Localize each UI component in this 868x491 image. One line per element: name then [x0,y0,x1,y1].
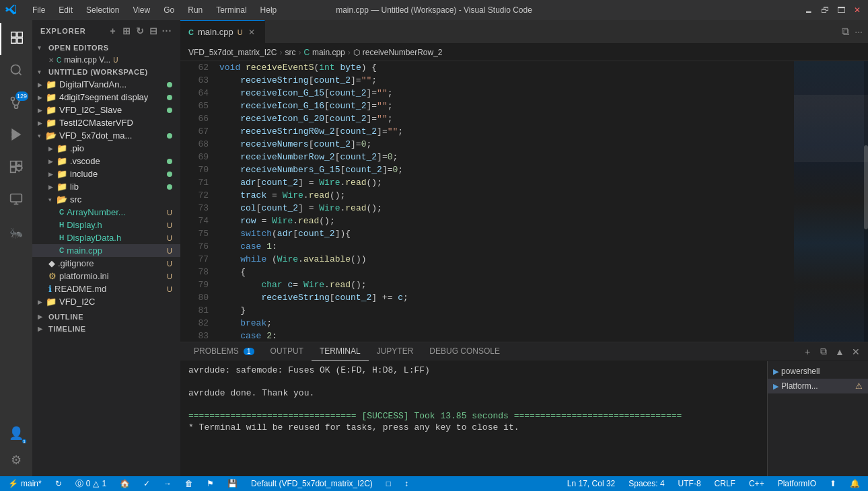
activity-item-source-control[interactable]: 129 [0,87,32,120]
file-display-h[interactable]: H Display.h U [32,219,180,231]
activity-item-pio[interactable]: 🐜 [0,217,32,249]
tab-close-button[interactable]: ✕ [247,26,256,38]
sidebar-scroll[interactable]: ▾ Open Editors ✕ C main.cpp V... U ▾ Unt… [32,42,180,476]
status-language[interactable]: C++ [746,476,767,491]
folder-4digit[interactable]: ▶ 📁 4digit7segment display [32,91,180,104]
status-box[interactable]: □ [384,476,394,491]
code-editor[interactable]: 62 63 64 65 66 67 68 69 70 71 72 73 74 7… [180,61,868,342]
status-save[interactable]: 💾 [225,476,240,491]
tab-terminal[interactable]: TERMINAL [312,342,369,361]
activity-item-accounts[interactable]: 👤 1 [0,420,32,447]
section-timeline[interactable]: ▶ TIMELINE [32,323,180,335]
breadcrumb-src[interactable]: src [285,48,295,57]
activity-item-search[interactable] [0,55,32,87]
folder-name-vfd5x7: VFD_5x7dot_ma... [59,130,132,141]
section-open-editors[interactable]: ▾ Open Editors [32,42,180,54]
minimize-button[interactable]: 🗕 [803,5,814,15]
close-editor-icon[interactable]: ✕ [48,56,54,64]
status-check[interactable]: ✓ [141,476,153,491]
code-content[interactable]: void receiveEventS(int byte) { receiveSt… [214,61,794,342]
menu-run[interactable]: Run [182,4,208,16]
breadcrumb-vfd[interactable]: VFD_5x7dot_matrix_I2C [188,48,277,57]
collapse-all-button[interactable]: ⊟ [148,26,159,36]
status-arrow[interactable]: → [161,476,174,491]
status-flag[interactable]: ⚑ [204,476,217,491]
section-outline[interactable]: ▶ OUTLINE [32,311,180,323]
new-folder-button[interactable]: ⊞ [121,26,132,36]
sidebar-more-button[interactable]: ··· [161,26,172,36]
menu-view[interactable]: View [127,4,155,16]
status-errors[interactable]: ⓪ 0 △ 1 [73,476,109,491]
maximize-panel-button[interactable]: ▲ [833,345,846,358]
scrollbar-thumb[interactable] [864,145,868,229]
tab-jupyter[interactable]: JUPYTER [369,342,422,361]
activity-item-extensions[interactable] [0,152,32,184]
menu-go[interactable]: Go [158,4,180,16]
maximize-button[interactable]: 🗖 [836,5,846,15]
status-trash[interactable]: 🗑 [182,476,196,491]
close-button[interactable]: ✕ [852,5,863,15]
activity-item-explorer[interactable] [0,23,32,55]
minimap-slider[interactable] [794,95,868,162]
split-terminal-button[interactable]: ⧉ [817,345,830,358]
terminal-powershell[interactable]: ▶ powershell [768,364,868,379]
scrollbar-track[interactable] [864,61,868,342]
status-sync[interactable]: ↻ [52,476,65,491]
folder-chevron-3: ▶ [38,107,46,114]
file-array-number[interactable]: C ArrayNumber... U [32,206,180,219]
folder-include[interactable]: ▶ 📁 include [32,167,180,180]
tab-debug-console[interactable]: DEBUG CONSOLE [421,342,508,361]
folder-test-i2c[interactable]: ▶ 📁 TestI2CMasterVFD [32,116,180,129]
status-branch[interactable]: ⚡ main* [5,476,44,491]
folder-lib[interactable]: ▶ 📁 lib [32,180,180,193]
status-env[interactable]: Default (VFD_5x7dot_matrix_I2C) [248,476,375,491]
code-line-66: receiveIcon_G_20[count_2]=""; [219,112,789,125]
folder-vscode[interactable]: ▶ 📁 .vscode [32,155,180,167]
status-upload[interactable]: ⬆ [827,476,839,491]
more-actions-button[interactable]: ··· [855,26,863,37]
folder-vfd-i2c-slave[interactable]: ▶ 📁 VFD_I2C_Slave [32,104,180,116]
file-display-data-h[interactable]: H DisplayData.h U [32,231,180,244]
breadcrumb-function[interactable]: receiveNumberRow_2 [363,48,443,57]
split-editor-button[interactable]: ⧉ [842,26,849,38]
status-updown[interactable]: ↕ [402,476,411,491]
tab-main-cpp[interactable]: C main.cpp U ✕ [180,20,265,43]
status-encoding[interactable]: UTF-8 [676,476,704,491]
tab-output[interactable]: OUTPUT [262,342,312,361]
menu-edit[interactable]: Edit [53,4,78,16]
activity-item-run-debug[interactable] [0,120,32,152]
folder-src[interactable]: ▾ 📂 src [32,193,180,206]
status-eol[interactable]: CRLF [712,476,738,491]
status-spaces[interactable]: Spaces: 4 [626,476,667,491]
breadcrumb-main-cpp[interactable]: main.cpp [312,48,345,57]
menu-file[interactable]: File [27,4,50,16]
terminal-platformio[interactable]: ▶ Platform... ⚠ [768,379,868,393]
file-main-cpp[interactable]: C main.cpp U [32,244,180,257]
status-position[interactable]: Ln 17, Col 32 [565,476,618,491]
menu-selection[interactable]: Selection [81,4,124,16]
folder-vfd-5x7[interactable]: ▾ 📂 VFD_5x7dot_ma... [32,129,180,142]
file-gitignore[interactable]: ◆ .gitignore U [32,257,180,270]
menu-terminal[interactable]: Terminal [211,4,252,16]
activity-item-remote[interactable] [0,184,32,217]
activity-item-settings[interactable]: ⚙ [0,447,32,474]
open-editor-main-cpp[interactable]: ✕ C main.cpp V... U [32,54,180,66]
close-panel-button[interactable]: ✕ [849,345,863,358]
new-file-button[interactable]: + [108,26,118,36]
sidebar-header-actions: + ⊞ ↻ ⊟ ··· [108,26,172,36]
section-workspace[interactable]: ▾ Untitled (Workspace) [32,66,180,78]
tab-problems[interactable]: PROBLEMS 1 [186,342,262,361]
folder-vfd-i2c[interactable]: ▶ 📁 VFD_I2C [32,295,180,308]
folder-digital-tv[interactable]: ▶ 📁 DigitalTVandAn... [32,78,180,91]
status-home[interactable]: 🏠 [117,476,133,491]
file-readme[interactable]: ℹ README.md U [32,282,180,295]
status-bell[interactable]: 🔔 [847,476,863,491]
file-platformio[interactable]: ⚙ platformio.ini U [32,270,180,282]
restore-button[interactable]: 🗗 [820,5,830,15]
folder-pio[interactable]: ▶ 📁 .pio [32,142,180,155]
refresh-button[interactable]: ↻ [135,26,145,36]
menu-help[interactable]: Help [255,4,283,16]
terminal-content[interactable]: avrdude: safemode: Fuses OK (E:FD, H:D8,… [180,361,767,476]
new-terminal-button[interactable]: + [801,345,814,358]
status-platformio[interactable]: PlatformIO [775,476,819,491]
